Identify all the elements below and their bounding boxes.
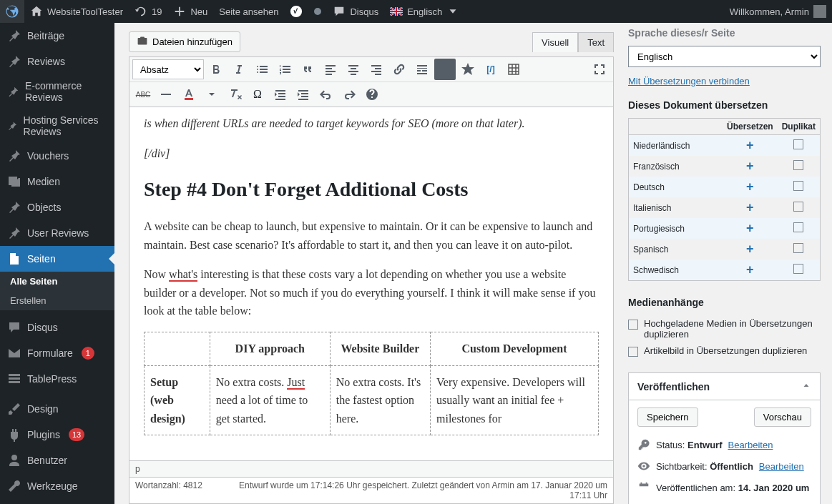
edit-status-link[interactable]: Bearbeiten [728, 440, 773, 450]
star-button[interactable] [457, 59, 479, 80]
menu-appearance[interactable]: Design [0, 396, 114, 422]
link-connect-translations[interactable]: Mit Übersetzungen verbinden [628, 76, 750, 87]
help-button[interactable] [361, 84, 383, 105]
kitchensink-button[interactable] [434, 59, 456, 80]
textcolor-button[interactable] [178, 84, 200, 105]
menu-user-reviews[interactable]: User Reviews [0, 220, 114, 246]
editor-content[interactable]: is when different URLs are needed to tar… [129, 107, 614, 461]
disqus-menu[interactable]: Disqus [327, 0, 384, 23]
hr-button[interactable] [155, 84, 177, 105]
menu-forms[interactable]: Formulare1 [0, 340, 114, 366]
undo-button[interactable] [315, 84, 337, 105]
translate-add-button[interactable]: + [746, 138, 754, 152]
textcolor-arrow[interactable] [201, 84, 222, 105]
new-content[interactable]: Neu [167, 0, 213, 23]
menu-label: TablePress [27, 373, 77, 385]
yoast-menu[interactable] [284, 0, 308, 23]
duplicate-checkbox[interactable] [793, 264, 803, 274]
tab-text[interactable]: Text [578, 32, 614, 52]
menu-pages[interactable]: Seiten [0, 246, 114, 272]
aligncenter-button[interactable] [343, 59, 364, 80]
menu-tablepress[interactable]: TablePress [0, 366, 114, 392]
menu-posts[interactable]: Beiträge [0, 23, 114, 49]
publish-metabox-toggle[interactable]: Veröffentlichen [629, 373, 820, 400]
updates[interactable]: 19 [129, 0, 167, 23]
menu-plugins[interactable]: Plugins13 [0, 422, 114, 448]
menu-users[interactable]: Benutzer [0, 448, 114, 473]
duplicate-checkbox[interactable] [793, 202, 803, 212]
preview-button[interactable]: Vorschau [754, 407, 811, 427]
shortcode-button[interactable]: [/] [480, 59, 501, 80]
ol-button[interactable] [274, 59, 295, 80]
duplicate-checkbox[interactable] [793, 181, 803, 191]
editor-toolbar: Absatz [/] [129, 56, 614, 107]
indent-button[interactable] [293, 84, 314, 105]
pin-icon [7, 84, 19, 99]
more-button[interactable] [411, 59, 433, 80]
language-switch[interactable]: Englisch [384, 0, 465, 23]
dup-uploaded-media-checkbox[interactable] [628, 320, 638, 330]
duplicate-checkbox[interactable] [793, 243, 803, 253]
save-draft-button[interactable]: Speichern [637, 407, 698, 427]
wordpress-icon [6, 5, 19, 18]
link-button[interactable] [388, 59, 410, 80]
alignleft-button[interactable] [320, 59, 341, 80]
alignright-button[interactable] [366, 59, 387, 80]
site-name: WebsiteToolTester [47, 6, 123, 17]
menu-label: Design [27, 403, 59, 415]
yoast-status[interactable] [308, 0, 327, 23]
wp-logo[interactable] [0, 0, 24, 23]
strikethrough-button[interactable]: ABC [132, 84, 154, 105]
duplicate-checkbox[interactable] [793, 139, 803, 149]
translate-add-button[interactable]: + [746, 200, 754, 214]
site-home[interactable]: WebsiteToolTester [24, 0, 129, 23]
table-row-label: Setup (web design) [145, 365, 210, 435]
redo-button[interactable] [338, 84, 360, 105]
menu-tools[interactable]: Werkzeuge [0, 473, 114, 499]
quote-button[interactable] [297, 59, 318, 80]
edit-visibility-link[interactable]: Bearbeiten [759, 461, 804, 472]
view-page[interactable]: Seite ansehen [213, 0, 284, 23]
page-language-select[interactable]: Englisch [628, 46, 821, 67]
bold-button[interactable] [205, 59, 227, 80]
duplicate-checkbox[interactable] [793, 160, 803, 170]
translations-table: ÜbersetzenDuplikat Niederländisch+ Franz… [628, 118, 821, 281]
menu-label: Werkzeuge [27, 480, 78, 492]
translate-add-button[interactable]: + [746, 159, 754, 173]
lang-name: Französisch [629, 156, 723, 177]
menu-hosting-reviews[interactable]: Hosting Services Reviews [0, 109, 114, 143]
menu-label: Reviews [27, 56, 65, 67]
menu-disqus[interactable]: Disqus [0, 315, 114, 340]
outdent-button[interactable] [270, 84, 291, 105]
menu-vouchers[interactable]: Vouchers [0, 143, 114, 169]
fullscreen-button[interactable] [589, 59, 610, 80]
heading-step4: Step #4 Don't Forget Additional Costs [144, 174, 599, 206]
submenu-all-pages[interactable]: Alle Seiten [0, 272, 114, 291]
translate-add-button[interactable]: + [746, 262, 754, 277]
menu-objects[interactable]: Objects [0, 194, 114, 220]
format-select[interactable]: Absatz [132, 59, 204, 79]
italic-button[interactable] [228, 59, 250, 80]
tab-visual[interactable]: Visuell [532, 32, 578, 52]
menu-settings[interactable]: Einstellungen [0, 499, 114, 504]
clearformat-button[interactable] [224, 84, 245, 105]
duplicate-checkbox[interactable] [793, 222, 803, 232]
admin-bar: WebsiteToolTester 19 Neu Seite ansehen D… [0, 0, 832, 23]
table-button[interactable] [503, 59, 524, 80]
dup-featured-image-checkbox[interactable] [628, 347, 638, 357]
menu-ecommerce-reviews[interactable]: E-commerce Reviews [0, 74, 114, 109]
yoast-icon [290, 5, 303, 18]
translate-add-button[interactable]: + [746, 242, 754, 256]
menu-media[interactable]: Medien [0, 169, 114, 194]
submenu-create[interactable]: Erstellen [0, 291, 114, 310]
lang-name: Portugiesisch [629, 218, 723, 239]
flag-uk-icon [390, 7, 403, 16]
specialchar-button[interactable]: Ω [247, 84, 268, 105]
menu-reviews[interactable]: Reviews [0, 49, 114, 74]
translate-add-button[interactable]: + [746, 221, 754, 235]
my-account[interactable]: Willkommen, Armin [724, 0, 832, 23]
add-media-button[interactable]: Dateien hinzufügen [129, 31, 240, 52]
translate-add-button[interactable]: + [746, 179, 754, 194]
pin-icon [7, 54, 21, 69]
ul-button[interactable] [251, 59, 273, 80]
